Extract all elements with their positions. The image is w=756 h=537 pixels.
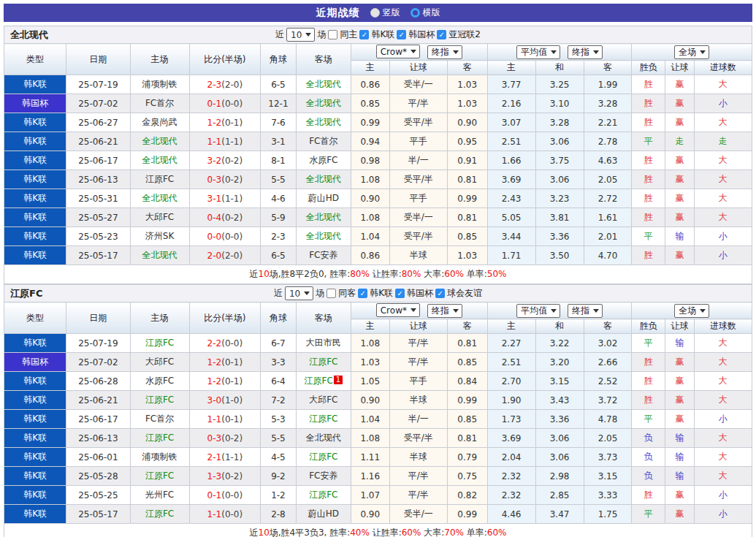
odds-stage-value: 终指 [432,46,449,58]
handicap-home-odds: 0.94 [351,132,389,151]
summary-stat-value: 60% [487,528,507,537]
avg-home-odds: 2.51 [487,353,535,372]
games-label: 场 [317,28,326,41]
league-checkbox-acl[interactable]: ✓ [437,30,446,39]
handicap-home-odds: 0.90 [351,189,389,208]
odds-stage-select[interactable]: 终指 [427,304,462,318]
fulltime-score: 0-4 [207,213,222,223]
bookmaker-select[interactable]: Crow* [376,303,420,317]
avg-stage-select[interactable]: 终指 [568,304,603,318]
page-title: 近期战绩 [316,7,360,20]
corners-cell: 9-2 [261,467,297,486]
result-goals: 大 [694,189,752,208]
score-cell: 1-2(0-1) [189,353,260,372]
corners-cell: 4-6 [261,189,297,208]
radio-unselected-icon[interactable] [370,8,380,18]
home-team-cell: 全北现代 [130,151,189,170]
handicap-away-odds: 0.81 [447,429,487,448]
halftime-score: (0-0) [221,232,243,242]
league-checkbox-cup[interactable]: ✓ [395,289,405,298]
odds-stage-select[interactable]: 终指 [427,45,462,59]
match-row: 韩K联25-06-21全北现代1-1(1-1)3-1FC首尔0.94平手0.95… [4,132,752,151]
radio-selected-icon[interactable] [411,8,420,18]
halftime-score: (0-2) [221,175,243,185]
corners-cell: 3-1 [261,132,297,151]
match-count-select[interactable]: 10 [285,286,313,300]
score-cell: 0-4(0-2) [189,208,260,227]
corners-cell: 7-6 [261,113,297,132]
subcol-result-outcome: 胜负 [632,319,665,334]
scope-select[interactable]: 全场 [674,304,709,318]
corners-cell: 5-9 [261,208,297,227]
home-team-cell: 大邱FC [130,353,189,372]
fulltime-score: 1-2 [207,357,222,367]
summary-stat-label: 单率: [464,269,487,279]
away-team-name: 大邱FC [309,395,337,405]
result-handicap: 赢 [665,505,695,524]
corners-cell: 6-5 [261,75,297,94]
away-team-name: 蔚山HD [308,509,339,519]
avg-draw-odds: 3.36 [535,227,584,246]
league-cell: 韩K联 [4,189,66,208]
corners-cell: 7-2 [261,391,297,410]
corners-cell: 6-7 [261,334,297,353]
date-cell: 25-06-21 [66,132,130,151]
chevron-down-icon [593,50,599,54]
avg-away-odds: 1.61 [584,208,632,227]
near-label: 近 [274,287,283,300]
away-team-cell: FC安养 [296,246,351,265]
summary-count: 10 [259,269,270,279]
avg-home-odds: 2.04 [487,448,535,467]
handicap-away-odds: 0.85 [447,410,487,429]
scope-select[interactable]: 全场 [674,45,709,59]
league-checkbox-kleague[interactable]: ✓ [358,289,367,298]
summary-stat-value: 60% [402,528,421,537]
fulltime-score: 2-0 [207,251,222,261]
radio-horizontal-layout[interactable]: 横版 [411,7,440,19]
home-team-cell: 大邱FC [130,208,189,227]
date-cell: 25-06-28 [66,372,130,391]
result-goals: 大 [694,75,752,94]
result-outcome: 胜 [632,94,665,113]
league-checkbox-kleague[interactable]: ✓ [359,30,369,39]
league-checkbox-friendly[interactable]: ✓ [435,289,445,298]
avg-home-odds: 2.43 [487,189,535,208]
avg-home-odds: 3.69 [487,170,535,189]
avg-select[interactable]: 平均值 [516,304,560,318]
section-jeonbuk: 全北现代 近 10 场 同主 ✓ 韩K联 ✓ 韩国杯 ✓ 亚冠联2 [4,26,752,284]
result-handicap: 赢 [665,151,695,170]
result-outcome: 胜 [632,113,665,132]
bookmaker-select[interactable]: Crow* [376,45,420,58]
avg-stage-value: 终指 [572,305,589,317]
result-handicap: 赢 [665,486,695,505]
result-goals: 大 [694,372,752,391]
league-cell: 韩K联 [4,132,66,151]
league-checkbox-cup[interactable]: ✓ [397,30,406,39]
avg-home-odds: 2.16 [487,94,535,113]
home-team-cell: 金泉尚武 [130,113,189,132]
score-cell: 1-2(0-1) [189,372,260,391]
match-row: 韩K联25-05-31全北现代3-1(1-1)4-6蔚山HD0.90平手0.99… [4,189,752,208]
date-cell: 25-05-28 [66,467,130,486]
match-row: 韩K联25-06-28水原FC1-2(0-1)6-4江原FC11.05平手0.8… [4,372,752,391]
radio-vertical-layout[interactable]: 竖版 [370,7,400,19]
handicap-away-odds: 0.99 [447,391,487,410]
odds-stage-value: 终指 [432,305,449,317]
match-count-select[interactable]: 10 [286,28,315,42]
avg-select[interactable]: 平均值 [516,45,560,59]
handicap-away-odds: 0.84 [447,372,487,391]
result-handicap: 赢 [665,170,695,189]
same-venue-checkbox[interactable] [327,289,336,298]
avg-group-header: 平均值 终指 [487,44,632,61]
handicap-line: 半球 [389,391,447,410]
handicap-away-odds: 0.85 [447,353,487,372]
handicap-line: 平/半 [389,334,447,353]
result-goals: 小 [694,94,752,113]
same-venue-checkbox[interactable] [328,30,337,39]
fulltime-score: 0-0 [207,232,222,242]
col-header-score: 比分(半场) [189,44,260,75]
summary-stat-label: 让胜率: [370,269,402,279]
handicap-line: 半/一 [389,410,447,429]
avg-stage-select[interactable]: 终指 [568,45,603,59]
handicap-line: 半球 [389,246,447,265]
